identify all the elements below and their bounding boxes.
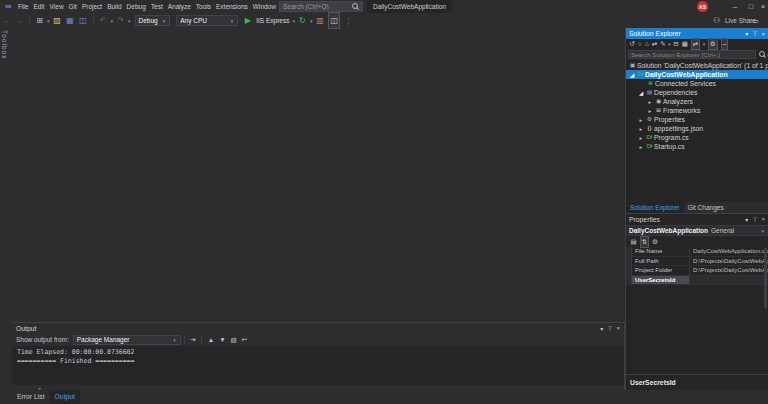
menu-item[interactable]: Extensions bbox=[214, 0, 251, 13]
property-value[interactable]: D:\Projects\DailyCostWebApplica bbox=[690, 257, 768, 266]
menu-item[interactable]: Edit bbox=[31, 0, 47, 13]
menu-item[interactable]: Project bbox=[79, 0, 104, 13]
property-pages-icon[interactable]: ⚙ bbox=[652, 237, 658, 247]
tree-expander-icon[interactable] bbox=[637, 144, 645, 150]
navigate-back-icon[interactable]: ← bbox=[2, 13, 11, 28]
tree-expander-icon[interactable] bbox=[628, 72, 636, 78]
undo-icon[interactable]: ↶ bbox=[99, 13, 108, 28]
pin-icon[interactable]: ⊤ bbox=[752, 216, 757, 223]
output-source-dropdown[interactable]: Package Manager ▾ bbox=[73, 335, 181, 345]
previous-message-icon[interactable]: ▲ bbox=[208, 336, 214, 343]
menu-item[interactable]: File bbox=[15, 0, 30, 13]
toolbar-overflow-icon[interactable]: ¦ bbox=[344, 13, 353, 28]
menu-item[interactable]: Git bbox=[66, 0, 79, 13]
navigate-forward-icon[interactable]: → bbox=[15, 13, 24, 28]
save-icon[interactable]: ▦ bbox=[66, 13, 75, 28]
attach-process-icon[interactable]: ▥ bbox=[315, 13, 324, 28]
show-all-files-icon[interactable]: ▦ bbox=[682, 39, 688, 49]
property-row[interactable]: Project Folder D:\Projects\DailyCostWebA… bbox=[626, 266, 768, 276]
solution-configuration-dropdown[interactable]: Debug ▾ bbox=[135, 15, 171, 26]
properties-scrollbar[interactable] bbox=[764, 248, 767, 308]
explorer-tab[interactable]: Solution Explorer bbox=[626, 202, 684, 213]
menu-item[interactable]: Analyze bbox=[165, 0, 193, 13]
bottom-panel-tab[interactable]: Output bbox=[50, 390, 80, 404]
close-icon[interactable]: × bbox=[616, 325, 620, 331]
bottom-panel-tab[interactable]: Error List bbox=[12, 390, 50, 404]
toggle-word-wrap-icon[interactable]: ↩ bbox=[242, 336, 247, 344]
chevron-down-icon[interactable]: ▾ bbox=[292, 18, 295, 24]
solution-explorer-search-button[interactable]: ▾ bbox=[759, 51, 768, 58]
tree-expander-icon[interactable] bbox=[646, 108, 654, 114]
pin-icon[interactable]: ⊤ bbox=[752, 30, 757, 37]
chevron-down-icon[interactable]: ▾ bbox=[111, 18, 114, 24]
tree-expander-icon[interactable] bbox=[637, 135, 645, 141]
tree-item[interactable]: Program.cs bbox=[626, 133, 768, 142]
preview-selected-icon[interactable]: – bbox=[721, 38, 729, 50]
redo-icon[interactable]: ↷ bbox=[116, 13, 125, 28]
output-header[interactable]: Output ▾ ⊤ × bbox=[12, 323, 624, 333]
chevron-down-icon[interactable]: ▾ bbox=[128, 18, 131, 24]
close-icon[interactable]: × bbox=[761, 31, 765, 37]
property-row[interactable]: File Name DailyCostWebApplication.csproj bbox=[626, 247, 768, 257]
quick-search-input[interactable]: Search (Ctrl+Q) bbox=[279, 1, 363, 12]
window-menu-icon[interactable]: ▾ bbox=[745, 216, 748, 223]
categorized-icon[interactable]: ▤ bbox=[631, 237, 637, 247]
live-share-button[interactable]: ⚇ Live Share bbox=[710, 13, 758, 28]
hot-reload-icon[interactable]: ↻ bbox=[298, 13, 307, 28]
menu-item[interactable]: View bbox=[47, 0, 66, 13]
properties-icon[interactable]: ⚙ bbox=[708, 38, 718, 50]
sync-with-active-document-icon[interactable]: ⇄ bbox=[691, 38, 700, 50]
tree-item[interactable]: Solution 'DailyCostWebApplication' (1 of… bbox=[626, 61, 768, 70]
chevron-down-icon[interactable]: ▾ bbox=[47, 18, 50, 24]
clear-all-icon[interactable]: ▧ bbox=[231, 336, 237, 344]
menu-item[interactable]: Window bbox=[250, 0, 278, 13]
close-icon[interactable]: × bbox=[761, 216, 765, 222]
tree-item[interactable]: Startup.cs bbox=[626, 142, 768, 151]
chevron-down-icon[interactable]: ▾ bbox=[310, 18, 313, 24]
properties-object-dropdown[interactable]: DailyCostWebApplication General ▾ bbox=[626, 225, 768, 236]
explorer-tab[interactable]: Git Changes bbox=[684, 202, 728, 213]
solution-explorer-search-input[interactable]: Search Solution Explorer (Ctrl+;) bbox=[628, 50, 756, 59]
tree-item[interactable]: Dependencies bbox=[626, 88, 768, 97]
solution-platform-dropdown[interactable]: Any CPU ▾ bbox=[176, 15, 238, 26]
window-menu-icon[interactable]: ▾ bbox=[745, 30, 748, 37]
tree-item[interactable]: Connected Services bbox=[626, 79, 768, 88]
menu-item[interactable]: Debug bbox=[124, 0, 148, 13]
tree-expander-icon[interactable] bbox=[637, 126, 645, 132]
tree-expander-icon[interactable] bbox=[637, 90, 645, 96]
chevron-down-icon[interactable]: ▾ bbox=[703, 41, 706, 47]
tree-item[interactable]: appsettings.json bbox=[626, 124, 768, 133]
window-menu-icon[interactable]: ▾ bbox=[600, 325, 603, 332]
back-home-icon[interactable]: ↺ bbox=[630, 39, 635, 49]
toolbox-tab[interactable]: Toolbox bbox=[1, 30, 8, 59]
property-row[interactable]: UserSecretsId bbox=[626, 276, 768, 286]
account-avatar[interactable]: AS bbox=[697, 1, 708, 12]
tree-item[interactable]: Properties bbox=[626, 115, 768, 124]
goto-message-icon[interactable]: ⇥ bbox=[190, 336, 195, 344]
tree-expander-icon[interactable] bbox=[646, 99, 654, 105]
find-in-files-icon[interactable]: ◫ bbox=[328, 12, 340, 29]
open-folder-icon[interactable]: ▨ bbox=[53, 13, 62, 28]
minimize-button[interactable]: – bbox=[728, 0, 742, 13]
tree-expander-icon[interactable] bbox=[637, 117, 645, 123]
properties-header[interactable]: Properties ▾ ⊤ × bbox=[626, 213, 768, 224]
property-value[interactable]: DailyCostWebApplication.csproj bbox=[690, 247, 768, 256]
next-message-icon[interactable]: ▼ bbox=[219, 336, 225, 343]
tree-item[interactable]: Analyzers bbox=[626, 97, 768, 106]
pending-changes-icon[interactable]: ✎ bbox=[660, 39, 665, 49]
save-all-icon[interactable]: ◫ bbox=[79, 13, 88, 28]
menu-item[interactable]: Tools bbox=[193, 0, 213, 13]
new-item-icon[interactable]: ⊞ bbox=[35, 13, 44, 28]
tree-item[interactable]: Frameworks bbox=[626, 106, 768, 115]
property-row[interactable]: Full Path D:\Projects\DailyCostWebApplic… bbox=[626, 257, 768, 267]
menu-item[interactable]: Test bbox=[148, 0, 165, 13]
property-value[interactable]: D:\Projects\DailyCostWebApplica bbox=[690, 266, 768, 275]
home-icon[interactable]: ⌂ bbox=[645, 39, 649, 49]
property-value[interactable] bbox=[690, 276, 768, 285]
tree-item[interactable]: DailyCostWebApplication bbox=[626, 70, 768, 79]
forward-icon[interactable]: ○ bbox=[638, 39, 642, 49]
close-button[interactable]: × bbox=[756, 0, 768, 13]
menu-item[interactable]: Build bbox=[105, 0, 124, 13]
collapse-all-icon[interactable]: ⊟ bbox=[673, 39, 678, 49]
chevron-down-icon[interactable]: ▾ bbox=[668, 41, 671, 47]
